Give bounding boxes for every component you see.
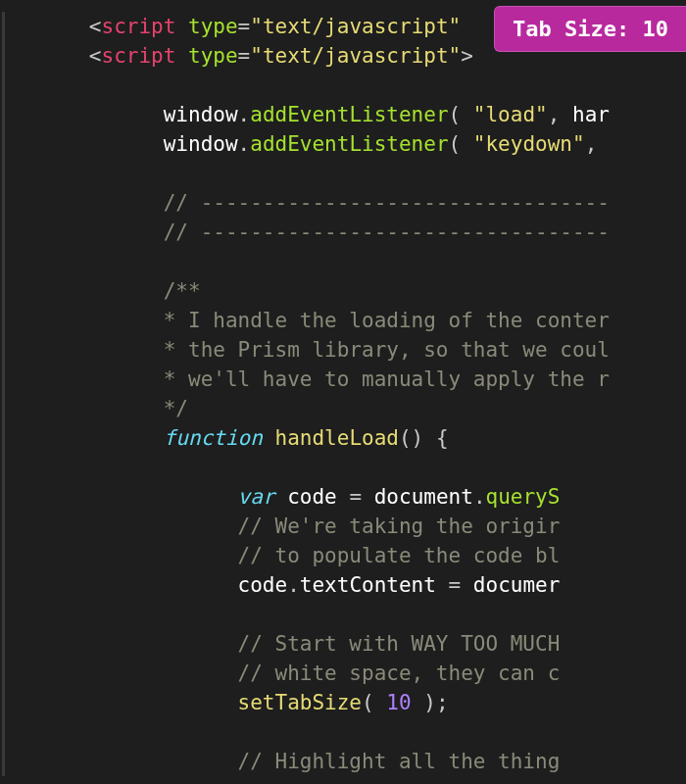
code-line bbox=[15, 247, 686, 276]
token: type bbox=[188, 15, 238, 38]
token: documer bbox=[473, 573, 561, 597]
code-line: * the Prism library, so that we coul bbox=[15, 335, 686, 365]
token bbox=[15, 368, 164, 391]
token: // --------------------------------- bbox=[164, 191, 610, 215]
token: function bbox=[164, 426, 263, 450]
token: ( bbox=[362, 691, 386, 714]
token: "text/javascript" bbox=[250, 15, 461, 38]
token: window bbox=[164, 132, 238, 156]
token bbox=[15, 191, 164, 215]
token: var bbox=[238, 485, 275, 509]
token: ( bbox=[449, 103, 473, 126]
token: // to populate the code bl bbox=[238, 544, 561, 567]
token bbox=[15, 250, 27, 273]
token bbox=[337, 485, 350, 509]
code-line: // We're taking the origir bbox=[15, 512, 686, 541]
token bbox=[15, 573, 238, 597]
token: // Start with WAY TOO MUCH bbox=[238, 632, 561, 656]
token: . bbox=[238, 132, 251, 156]
code-editor[interactable]: Tab Size: 10 <script type="text/javascri… bbox=[0, 0, 686, 784]
token bbox=[15, 74, 27, 97]
token: "load" bbox=[473, 103, 548, 126]
token bbox=[15, 720, 27, 744]
token: code bbox=[238, 573, 288, 597]
token: // We're taking the origir bbox=[238, 514, 561, 538]
token bbox=[15, 279, 164, 303]
token: textContent bbox=[300, 573, 436, 597]
token: // white space, they can c bbox=[238, 662, 561, 685]
code-area[interactable]: <script type="text/javascript" <script t… bbox=[2, 12, 686, 776]
token: < bbox=[89, 15, 102, 38]
token: , bbox=[585, 132, 598, 156]
token: = bbox=[238, 44, 251, 68]
token: > bbox=[461, 44, 473, 68]
token: . bbox=[287, 573, 300, 597]
token: ( bbox=[449, 132, 473, 156]
code-line bbox=[15, 600, 686, 629]
token bbox=[15, 220, 164, 244]
token bbox=[15, 603, 27, 626]
code-line: window.addEventListener( "load", har bbox=[15, 100, 686, 129]
token: */ bbox=[164, 397, 188, 420]
code-line bbox=[15, 453, 686, 482]
token bbox=[15, 426, 164, 450]
code-line: var code = document.queryS bbox=[15, 482, 686, 512]
token bbox=[461, 573, 473, 597]
token bbox=[15, 544, 238, 567]
token: = bbox=[238, 15, 251, 38]
token bbox=[15, 456, 27, 479]
code-line: // Start with WAY TOO MUCH bbox=[15, 629, 686, 659]
code-line: /** bbox=[15, 276, 686, 306]
token: * the Prism library, so that we coul bbox=[164, 338, 610, 362]
code-line: // white space, they can c bbox=[15, 659, 686, 688]
token bbox=[15, 691, 238, 714]
token bbox=[15, 309, 164, 332]
token: * I handle the loading of the conter bbox=[164, 309, 610, 332]
token: * we'll have to manually apply the r bbox=[164, 368, 610, 391]
token: har bbox=[572, 103, 610, 126]
code-line: // --------------------------------- bbox=[15, 218, 686, 247]
token: addEventListener bbox=[250, 132, 448, 156]
code-line: code.textContent = documer bbox=[15, 570, 686, 600]
token bbox=[15, 338, 164, 362]
code-line: window.addEventListener( "keydown", bbox=[15, 129, 686, 159]
code-line bbox=[15, 159, 686, 188]
token: () { bbox=[399, 426, 449, 450]
token bbox=[15, 750, 238, 773]
token: , bbox=[548, 103, 572, 126]
token: addEventListener bbox=[250, 103, 448, 126]
token: // --------------------------------- bbox=[164, 220, 610, 244]
token: type bbox=[188, 44, 238, 68]
code-line: // Highlight all the thing bbox=[15, 747, 686, 776]
token: script bbox=[102, 44, 176, 68]
token: . bbox=[473, 485, 486, 509]
token: 10 bbox=[386, 691, 411, 714]
token: . bbox=[238, 103, 251, 126]
token bbox=[15, 44, 89, 68]
code-line: * I handle the loading of the conter bbox=[15, 306, 686, 335]
code-line: // --------------------------------- bbox=[15, 188, 686, 218]
token bbox=[263, 426, 275, 450]
token: "text/javascript" bbox=[250, 44, 461, 68]
token bbox=[15, 485, 238, 509]
tab-size-label: Tab Size: 10 bbox=[513, 17, 668, 41]
token: = bbox=[349, 485, 362, 509]
token: < bbox=[89, 44, 102, 68]
token bbox=[15, 632, 238, 656]
token: document bbox=[374, 485, 473, 509]
token bbox=[15, 162, 27, 185]
token: window bbox=[164, 103, 238, 126]
code-line bbox=[15, 717, 686, 747]
token bbox=[175, 44, 188, 68]
code-line: // to populate the code bl bbox=[15, 541, 686, 570]
token: script bbox=[102, 15, 176, 38]
token: // Highlight all the thing bbox=[238, 750, 561, 773]
code-line: setTabSize( 10 ); bbox=[15, 688, 686, 717]
token bbox=[15, 662, 238, 685]
token bbox=[362, 485, 374, 509]
token bbox=[15, 132, 164, 156]
tab-size-badge: Tab Size: 10 bbox=[494, 6, 686, 52]
code-line: * we'll have to manually apply the r bbox=[15, 365, 686, 394]
token bbox=[15, 514, 238, 538]
code-line bbox=[15, 71, 686, 100]
